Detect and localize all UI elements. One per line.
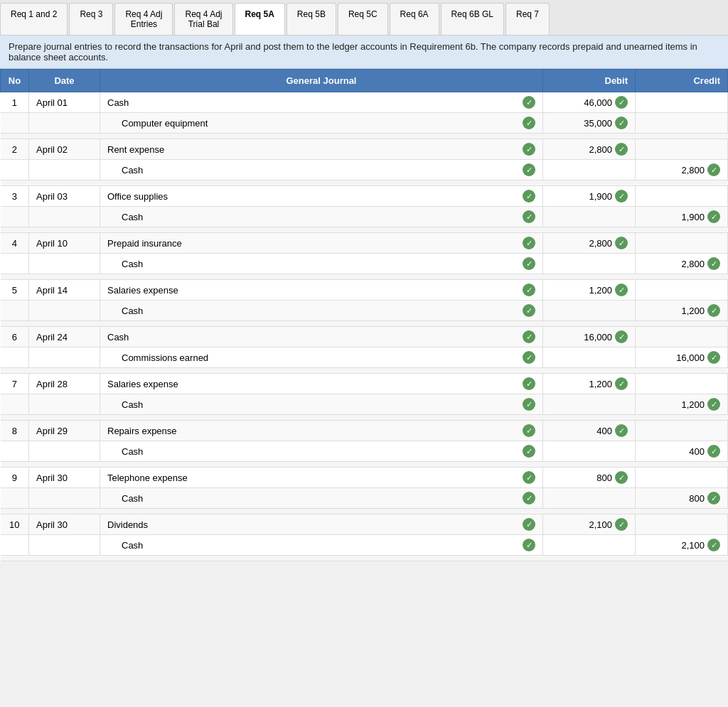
- entry-no: [1, 441, 29, 462]
- entry-date: [29, 441, 100, 462]
- tab-req-5a[interactable]: Req 5A: [235, 3, 285, 35]
- entry-account: Cash✓: [100, 394, 543, 415]
- entry-debit: [543, 301, 636, 321]
- entry-account: Rent expense✓: [100, 139, 543, 160]
- col-header-debit: Debit: [543, 70, 636, 92]
- entry-date: April 10: [29, 233, 100, 254]
- check-icon: ✓: [615, 377, 628, 390]
- entry-no: 8: [1, 421, 29, 441]
- check-icon: ✓: [707, 163, 720, 176]
- tab-req-7[interactable]: Req 7: [505, 3, 550, 35]
- entry-no: 3: [1, 186, 29, 207]
- entry-date: [29, 301, 100, 321]
- entry-debit: 35,000 ✓: [543, 113, 636, 134]
- entry-credit: [636, 514, 728, 535]
- entry-debit: [543, 160, 636, 180]
- entry-date: April 28: [29, 374, 100, 394]
- table-row: Cash✓2,800 ✓: [1, 254, 728, 274]
- entry-debit: [543, 488, 636, 509]
- entry-debit: 1,200 ✓: [543, 374, 636, 394]
- table-row: 7April 28Salaries expense✓1,200 ✓: [1, 374, 728, 394]
- entry-account: Cash✓: [100, 207, 543, 227]
- check-icon: ✓: [523, 284, 535, 296]
- check-icon: ✓: [523, 210, 535, 223]
- entry-no: 2: [1, 139, 29, 160]
- check-icon: ✓: [523, 398, 535, 411]
- table-row: 5April 14Salaries expense✓1,200 ✓: [1, 280, 728, 301]
- check-icon: ✓: [523, 117, 535, 129]
- check-icon: ✓: [523, 351, 535, 364]
- entry-credit: [636, 113, 728, 134]
- entry-account: Dividends✓: [100, 514, 543, 535]
- entry-no: [1, 113, 29, 134]
- entry-credit: 1,200 ✓: [636, 394, 728, 415]
- separator-row: [1, 274, 728, 280]
- entry-account: Cash✓: [100, 535, 543, 556]
- entry-no: [1, 347, 29, 368]
- check-icon: ✓: [615, 424, 628, 437]
- entry-no: [1, 301, 29, 321]
- entry-credit: [636, 374, 728, 394]
- check-icon: ✓: [707, 304, 720, 317]
- check-icon: ✓: [523, 237, 535, 249]
- tab-req-4-adj-entries[interactable]: Req 4 Adj Entries: [114, 3, 173, 35]
- entry-debit: 800 ✓: [543, 468, 636, 488]
- entry-credit: [636, 233, 728, 254]
- check-icon: ✓: [523, 96, 535, 109]
- tab-req-1-2[interactable]: Req 1 and 2: [0, 3, 68, 35]
- tab-req-6b-gl[interactable]: Req 6B GL: [441, 3, 504, 35]
- check-icon: ✓: [707, 539, 720, 551]
- entry-account: Cash✓: [100, 301, 543, 321]
- tab-req-3[interactable]: Req 3: [69, 3, 113, 35]
- entry-account: Cash✓: [100, 254, 543, 274]
- table-row: Computer equipment✓35,000 ✓: [1, 113, 728, 134]
- tab-req-5c[interactable]: Req 5C: [338, 3, 388, 35]
- entry-date: April 01: [29, 92, 100, 113]
- separator-row: [1, 462, 728, 468]
- col-header-date: Date: [29, 70, 100, 92]
- check-icon: ✓: [523, 330, 535, 343]
- check-icon: ✓: [523, 518, 535, 531]
- entry-account: Salaries expense✓: [100, 374, 543, 394]
- entry-no: [1, 254, 29, 274]
- entry-account: Cash✓: [100, 160, 543, 180]
- tab-req-4-adj-trial-bal[interactable]: Req 4 Adj Trial Bal: [174, 3, 232, 35]
- tab-req-5b[interactable]: Req 5B: [287, 3, 336, 35]
- separator-row: [1, 321, 728, 327]
- entry-credit: [636, 280, 728, 301]
- check-icon: ✓: [707, 351, 720, 364]
- table-row: Cash✓1,200 ✓: [1, 301, 728, 321]
- entry-no: 7: [1, 374, 29, 394]
- entry-date: [29, 207, 100, 227]
- entry-debit: [543, 535, 636, 556]
- check-icon: ✓: [523, 143, 535, 156]
- check-icon: ✓: [615, 330, 628, 343]
- entry-date: [29, 488, 100, 509]
- col-header-credit: Credit: [636, 70, 728, 92]
- separator-row: [1, 368, 728, 374]
- check-icon: ✓: [523, 190, 535, 203]
- separator-row: [1, 134, 728, 139]
- table-row: Cash✓2,100 ✓: [1, 535, 728, 556]
- separator-row: [1, 556, 728, 561]
- table-row: 8April 29Repairs expense✓400 ✓: [1, 421, 728, 441]
- table-row: 4April 10Prepaid insurance✓2,800 ✓: [1, 233, 728, 254]
- entry-date: April 02: [29, 139, 100, 160]
- entry-credit: [636, 468, 728, 488]
- entry-account: Office supplies✓: [100, 186, 543, 207]
- entry-no: [1, 488, 29, 509]
- entry-credit: 16,000 ✓: [636, 347, 728, 368]
- tab-req-6a[interactable]: Req 6A: [390, 3, 439, 35]
- entry-credit: 1,200 ✓: [636, 301, 728, 321]
- entry-credit: 400 ✓: [636, 441, 728, 462]
- table-row: Cash✓1,900 ✓: [1, 207, 728, 227]
- table-row: Cash✓800 ✓: [1, 488, 728, 509]
- entry-debit: 46,000 ✓: [543, 92, 636, 113]
- entry-debit: [543, 394, 636, 415]
- entry-debit: 400 ✓: [543, 421, 636, 441]
- check-icon: ✓: [615, 284, 628, 296]
- col-header-no: No: [1, 70, 29, 92]
- entry-date: [29, 347, 100, 368]
- entry-debit: 1,200 ✓: [543, 280, 636, 301]
- entry-credit: [636, 327, 728, 347]
